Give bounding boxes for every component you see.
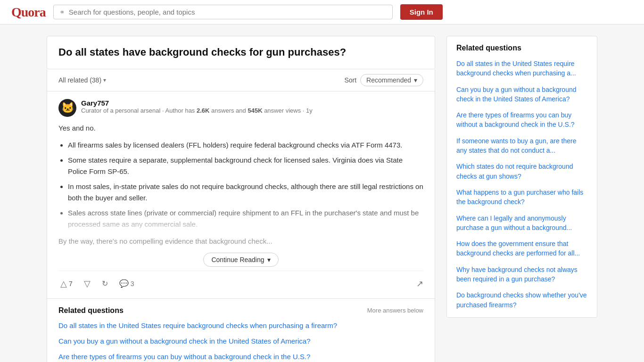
upvote-count: 7	[69, 280, 73, 288]
continue-reading-button[interactable]: Continue Reading ▾	[203, 253, 278, 267]
main-content: Do all states have background checks for…	[47, 36, 435, 362]
search-icon: ⚭	[59, 8, 65, 16]
author-name[interactable]: Gary757	[81, 99, 423, 107]
sort-label: Sort	[344, 76, 356, 84]
sidebar-related-link-4[interactable]: If someone wants to buy a gun, are there…	[456, 136, 587, 156]
sort-value: Recommended	[366, 76, 411, 84]
list-item: In most sales, in-state private sales do…	[68, 181, 423, 204]
sidebar-related-link-5[interactable]: Which states do not require background c…	[456, 162, 587, 181]
author-row: 🐱 Gary757 Curator of a personal arsenal …	[58, 99, 423, 117]
sidebar: Related questions Do all states in the U…	[446, 36, 597, 362]
sidebar-related-link-6[interactable]: What happens to a gun purchaser who fail…	[456, 188, 587, 207]
downvote-icon: ▽	[84, 279, 91, 289]
author-answers-count: 2.6K	[197, 107, 209, 114]
answer-intro: Yes and no.	[58, 123, 423, 134]
search-input[interactable]	[69, 8, 387, 16]
header: Quora ⚭ Sign In	[0, 0, 644, 25]
search-bar[interactable]: ⚭	[53, 5, 393, 19]
sort-dropdown[interactable]: Recommended ▾	[360, 74, 423, 86]
sidebar-related-link-9[interactable]: Why have background checks not always be…	[456, 265, 587, 284]
sidebar-related-link-8[interactable]: How does the government ensure that back…	[456, 239, 587, 258]
answer-list: All firearms sales by licensed dealers (…	[58, 140, 423, 230]
continue-reading-label: Continue Reading	[211, 256, 264, 263]
sidebar-related-link-7[interactable]: Where can I legally and anonymously purc…	[456, 214, 587, 233]
question-title: Do all states have background checks for…	[58, 46, 423, 59]
chevron-down-icon: ▾	[103, 77, 106, 83]
answer-body: Yes and no. All firearms sales by licens…	[58, 123, 423, 247]
sort-container: Sort Recommended ▾	[344, 74, 423, 86]
related-link[interactable]: Do all states in the United States requi…	[58, 321, 423, 330]
related-link[interactable]: Can you buy a gun without a background c…	[58, 336, 423, 346]
avatar-icon: 🐱	[61, 103, 74, 113]
more-answers-label: More answers below	[367, 307, 423, 314]
comment-button[interactable]: 💬 3	[117, 277, 136, 290]
sidebar-related-link-1[interactable]: Do all states in the United States requi…	[456, 59, 587, 78]
sign-in-button[interactable]: Sign In	[400, 4, 443, 20]
related-main-card: Related questions More answers below Do …	[47, 299, 435, 362]
sidebar-card: Related questions Do all states in the U…	[446, 36, 597, 318]
comment-icon: 💬	[119, 279, 129, 288]
answer-actions: △ 7 ▽ ↻ 💬 3 ↗	[58, 271, 423, 291]
share-button[interactable]: ↗	[416, 279, 423, 289]
list-item: All firearms sales by licensed dealers (…	[68, 140, 423, 151]
all-related-label: All related (38)	[58, 76, 101, 84]
avatar: 🐱	[58, 99, 76, 117]
list-item: Sales across state lines (private or com…	[68, 207, 423, 230]
filters-bar: All related (38) ▾ Sort Recommended ▾	[47, 69, 435, 91]
all-related-filter[interactable]: All related (38) ▾	[58, 76, 106, 84]
author-views-count: 545K	[248, 107, 262, 114]
chevron-down-icon: ▾	[267, 256, 271, 263]
upvote-icon: △	[60, 279, 67, 289]
sidebar-related-link-2[interactable]: Can you buy a gun without a background c…	[456, 85, 587, 104]
related-main-header: Related questions More answers below	[58, 306, 423, 315]
comment-count: 3	[131, 280, 134, 288]
answer-faded-text: By the way, there's no compelling eviden…	[58, 236, 423, 247]
page-container: Do all states have background checks for…	[39, 25, 605, 362]
answer-card: 🐱 Gary757 Curator of a personal arsenal …	[47, 91, 435, 299]
sidebar-title: Related questions	[456, 44, 587, 52]
upvote-button[interactable]: △ 7	[58, 277, 74, 291]
list-item: Some states require a separate, suppleme…	[68, 155, 423, 177]
related-main-title: Related questions	[58, 306, 124, 315]
share-icon: ↗	[416, 279, 423, 288]
downvote-button[interactable]: ▽	[82, 277, 92, 291]
repost-icon: ↻	[102, 279, 108, 288]
related-link[interactable]: Are there types of firearms you can buy …	[58, 352, 423, 362]
quora-logo[interactable]: Quora	[11, 5, 46, 20]
sidebar-related-link-3[interactable]: Are there types of firearms you can buy …	[456, 110, 587, 130]
author-info: Gary757 Curator of a personal arsenal · …	[81, 99, 423, 114]
sidebar-related-link-10[interactable]: Do background checks show whether you've…	[456, 290, 587, 310]
question-card: Do all states have background checks for…	[47, 36, 435, 69]
repost-button[interactable]: ↻	[100, 277, 110, 290]
chevron-down-icon: ▾	[414, 76, 417, 84]
author-meta: Curator of a personal arsenal · Author h…	[81, 107, 423, 114]
